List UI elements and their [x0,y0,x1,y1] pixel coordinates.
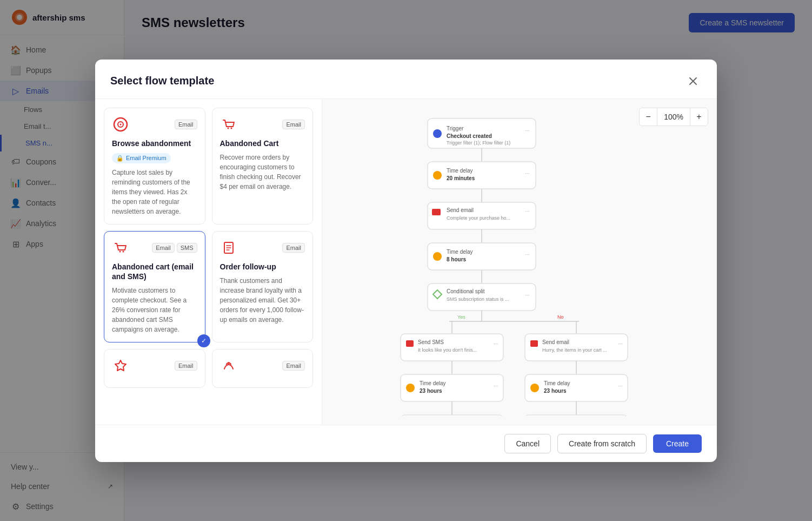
tag-email-followup: Email [282,243,305,253]
card-header-cart-sms: Email SMS [112,239,197,256]
svg-text:It looks like you don't finis.: It looks like you don't finis... [418,347,477,353]
svg-text:···: ··· [525,128,529,134]
svg-text:Time delay: Time delay [447,168,473,174]
zoom-controls: − 100% + [639,108,708,126]
tag-email-cart: Email [282,120,305,129]
svg-point-9 [230,127,232,129]
card-header-cart: Email [220,116,305,133]
card-title-browse: Browse abandonment [112,139,197,148]
template-card-5[interactable]: Email [104,349,205,388]
svg-point-11 [123,250,124,252]
svg-text:Send email: Send email [542,339,569,345]
tag-email-cart-sms: Email [152,243,175,253]
card5-icon [112,357,129,374]
svg-text:Time delay: Time delay [420,380,446,386]
svg-text:No: No [557,314,564,320]
svg-text:···: ··· [494,383,498,389]
card-title-cart-sms: Abandoned cart (email and SMS) [112,262,197,281]
svg-rect-65 [401,374,503,401]
svg-text:Yes: Yes [457,314,465,320]
svg-text:Send email: Send email [447,207,474,213]
template-card-order-followup[interactable]: Email Order follow-up Thank customers an… [212,231,314,342]
card-header-6: Email [220,357,305,374]
svg-text:Send SMS: Send SMS [418,339,444,345]
modal-footer: Cancel Create from scratch Create [95,425,717,462]
svg-point-37 [433,252,442,261]
svg-text:···: ··· [618,383,622,389]
svg-text:···: ··· [618,341,622,347]
card-title-followup: Order follow-up [220,262,305,272]
badge-premium: 🔒 Email Premium [112,153,171,163]
modal-close-button[interactable] [684,72,702,90]
template-card-6[interactable]: Email [212,349,314,388]
card-desc-browse: Capture lost sales by reminding customer… [112,168,197,216]
tag-email-5: Email [175,361,197,371]
card-tags-followup: Email [282,243,305,253]
card6-icon [220,357,237,374]
svg-rect-36 [428,243,536,270]
svg-text:···: ··· [525,170,529,176]
card-tags-6: Email [282,361,305,371]
card-desc-followup: Thank customers and increase brand loyal… [220,276,305,325]
svg-point-10 [119,250,121,252]
browse-abandonment-icon [112,116,129,133]
svg-text:···: ··· [494,341,498,347]
svg-rect-54 [406,340,414,347]
template-list: Email Browse abandonment 🔒 Email Premium… [95,99,322,425]
zoom-value: 100% [657,108,690,126]
svg-text:Time delay: Time delay [544,380,570,386]
flow-preview-panel: − 100% + Trigger Checkout created ··· Tr… [322,99,717,425]
svg-text:20 minutes: 20 minutes [447,175,475,181]
svg-rect-24 [428,162,536,189]
card-desc-cart-sms: Motivate customers to complete checkout.… [112,286,197,334]
card-desc-cart: Recover more orders by encouraging custo… [220,153,305,192]
card-header-followup: Email [220,239,305,256]
svg-text:SMS subscription status is ...: SMS subscription status is ... [447,296,509,302]
svg-point-71 [530,384,539,392]
svg-point-16 [228,362,230,364]
card-header-5: Email [112,357,197,374]
zoom-in-button[interactable]: + [690,108,708,126]
abandoned-cart-sms-icon [112,239,129,256]
create-button[interactable]: Create [653,434,702,453]
select-template-modal: Select flow template [95,60,717,462]
template-card-abandoned-cart[interactable]: Email Abandoned Cart Recover more orders… [212,108,314,225]
tag-email-6: Email [282,361,305,371]
svg-text:Time delay: Time delay [447,249,473,255]
zoom-out-button[interactable]: − [640,108,657,126]
cancel-button[interactable]: Cancel [504,434,551,453]
svg-point-66 [406,384,415,392]
card-check-icon: ✓ [197,334,210,347]
svg-text:···: ··· [525,252,529,258]
card-tags-5: Email [175,361,197,371]
modal-header: Select flow template [95,60,717,99]
modal-title: Select flow template [110,75,214,87]
modal-overlay: Select flow template [0,0,812,521]
svg-rect-59 [530,340,538,347]
svg-text:Complete your purchase ho...: Complete your purchase ho... [447,215,510,221]
svg-text:Hurry, the items in your cart : Hurry, the items in your cart ... [542,347,607,353]
flow-diagram: Trigger Checkout created ··· Trigger fil… [331,108,708,416]
svg-text:Conditional split: Conditional split [447,288,485,294]
tag-sms-cart-sms: SMS [177,243,197,253]
create-from-scratch-button[interactable]: Create from scratch [557,434,647,453]
card-tags-browse: Email [175,120,197,129]
svg-point-25 [433,171,442,180]
svg-text:Trigger filter (1); Flow filte: Trigger filter (1); Flow filter (1) [447,140,510,146]
svg-text:23 hours: 23 hours [544,388,567,394]
svg-point-8 [227,127,229,129]
tag-email: Email [175,120,197,129]
svg-text:8 hours: 8 hours [447,256,467,262]
order-followup-icon [220,239,237,256]
modal-body: Email Browse abandonment 🔒 Email Premium… [95,99,717,425]
svg-text:Checkout created: Checkout created [447,133,492,139]
lock-icon: 🔒 [116,155,124,162]
abandoned-cart-icon [220,116,237,133]
template-card-browse-abandonment[interactable]: Email Browse abandonment 🔒 Email Premium… [104,108,205,225]
template-card-abandoned-cart-sms[interactable]: Email SMS Abandoned cart (email and SMS)… [104,231,205,342]
svg-rect-70 [525,374,628,401]
svg-point-7 [120,123,122,125]
svg-point-18 [433,129,442,138]
svg-text:23 hours: 23 hours [420,388,442,394]
svg-rect-31 [432,209,441,215]
